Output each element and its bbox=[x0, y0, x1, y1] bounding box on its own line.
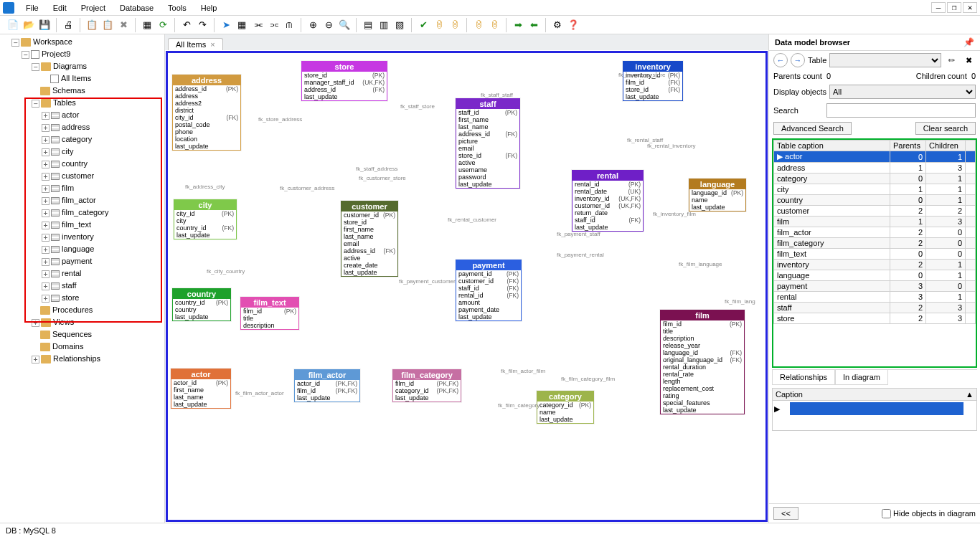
menu-project[interactable]: Project bbox=[74, 2, 113, 14]
panel3-icon[interactable]: ▧ bbox=[392, 18, 407, 32]
grid-row-payment[interactable]: payment30 bbox=[774, 281, 976, 292]
diagram-canvas[interactable]: addressaddress_id(PK)addressaddress2dist… bbox=[165, 50, 768, 523]
panel2-icon[interactable]: ▥ bbox=[377, 18, 391, 32]
tree-table-country[interactable]: +country bbox=[42, 158, 163, 170]
relation-tool-icon[interactable]: ⫘ bbox=[250, 18, 265, 32]
entity-customer[interactable]: customercustomer_id(PK)store_idfirst_nam… bbox=[341, 201, 398, 277]
minimize-button[interactable]: — bbox=[931, 2, 946, 13]
caption-scroll-up-icon[interactable]: ▲ bbox=[966, 390, 974, 399]
undo-icon[interactable]: ↶ bbox=[179, 18, 194, 32]
paste-icon[interactable]: 📋 bbox=[100, 18, 115, 32]
entity-city[interactable]: citycity_id(PK)citycountry_id(FK)last_up… bbox=[174, 199, 237, 239]
tree-table-film_category[interactable]: +film_category bbox=[42, 206, 163, 219]
display-objects-select[interactable]: All bbox=[829, 85, 976, 99]
menu-edit[interactable]: Edit bbox=[46, 2, 74, 14]
edit-icon[interactable]: ✏ bbox=[944, 53, 958, 67]
grid-row-staff[interactable]: staff23 bbox=[774, 303, 976, 313]
col-children[interactable]: Children bbox=[926, 141, 966, 151]
tree-table-store[interactable]: +store bbox=[42, 292, 163, 304]
tab-in-diagram[interactable]: In diagram bbox=[835, 370, 888, 385]
entity-inventory[interactable]: inventoryinventory_id(PK)film_id(FK)stor… bbox=[623, 61, 683, 101]
redo-icon[interactable]: ↷ bbox=[195, 18, 209, 32]
tab-relationships[interactable]: Relationships bbox=[772, 370, 835, 385]
grid-row-store[interactable]: store23 bbox=[774, 313, 976, 324]
refresh-icon[interactable]: ⟳ bbox=[156, 18, 170, 32]
tree-tables[interactable]: −Tables +actor+address+category+city+cou… bbox=[32, 97, 163, 304]
tree-schemas[interactable]: Schemas bbox=[32, 85, 163, 97]
entity-address[interactable]: addressaddress_id(PK)addressaddress2dist… bbox=[172, 75, 241, 151]
entity-rental[interactable]: rentalrental_id(PK)rental_date(UK)invent… bbox=[572, 170, 644, 232]
import-icon[interactable]: ⬅ bbox=[527, 18, 541, 32]
grid-row-rental[interactable]: rental31 bbox=[774, 292, 976, 303]
search-input[interactable] bbox=[826, 103, 976, 118]
entity-actor[interactable]: actoractor_id(PK)first_namelast_namelast… bbox=[171, 369, 231, 409]
entity-language[interactable]: languagelanguage_id(PK)namelast_update bbox=[689, 179, 746, 212]
tree-table-category[interactable]: +category bbox=[42, 133, 163, 146]
tree-table-film_actor[interactable]: +film_actor bbox=[42, 194, 163, 206]
tree-table-film[interactable]: +film bbox=[42, 182, 163, 194]
tree-table-customer[interactable]: +customer bbox=[42, 170, 163, 182]
advanced-search-button[interactable]: Advanced Search bbox=[773, 122, 852, 135]
entity-film_actor[interactable]: film_actoractor_id(PK,FK)film_id(PK,FK)l… bbox=[294, 369, 360, 402]
grid-icon[interactable]: ▦ bbox=[140, 18, 154, 32]
db-sync2-icon[interactable]: 🛢 bbox=[448, 18, 462, 32]
panel1-icon[interactable]: ▤ bbox=[361, 18, 375, 32]
menu-file[interactable]: File bbox=[19, 2, 46, 14]
grid-row-customer[interactable]: customer22 bbox=[774, 206, 976, 217]
tree-table-staff[interactable]: +staff bbox=[42, 280, 163, 292]
tree-sequences[interactable]: Sequences bbox=[32, 328, 163, 341]
menu-database[interactable]: Database bbox=[113, 2, 161, 14]
pin-icon[interactable]: 📌 bbox=[963, 37, 974, 47]
save-icon[interactable]: 💾 bbox=[37, 18, 52, 32]
grid-row-country[interactable]: country01 bbox=[774, 195, 976, 206]
tab-close-icon[interactable]: × bbox=[210, 40, 215, 49]
tree-table-payment[interactable]: +payment bbox=[42, 255, 163, 267]
relation3-tool-icon[interactable]: ⫙ bbox=[282, 18, 296, 32]
settings-icon[interactable]: ⚙ bbox=[550, 18, 565, 32]
tree-all-items[interactable]: All Items bbox=[42, 72, 163, 85]
open-icon[interactable]: 📂 bbox=[22, 18, 36, 32]
tree-project[interactable]: −Project9 −Diagrams All Items Schemas −T… bbox=[22, 48, 163, 365]
maximize-button[interactable]: ❐ bbox=[947, 2, 961, 13]
tree-domains[interactable]: Domains bbox=[32, 341, 163, 353]
navigate-back-button[interactable]: << bbox=[773, 507, 798, 520]
validate-icon[interactable]: ✔ bbox=[416, 18, 430, 32]
tree-table-city[interactable]: +city bbox=[42, 146, 163, 158]
new-icon[interactable]: 📄 bbox=[6, 18, 20, 32]
zoom-in-icon[interactable]: ⊕ bbox=[306, 18, 320, 32]
grid-row-film_actor[interactable]: film_actor20 bbox=[774, 227, 976, 238]
menu-tools[interactable]: Tools bbox=[161, 2, 194, 14]
grid-row-inventory[interactable]: inventory21 bbox=[774, 260, 976, 270]
grid-row-category[interactable]: category01 bbox=[774, 174, 976, 184]
entity-film_category[interactable]: film_categoryfilm_id(PK,FK)category_id(P… bbox=[392, 369, 461, 402]
grid-row-language[interactable]: language01 bbox=[774, 270, 976, 281]
entity-country[interactable]: countrycountry_id(PK)countrylast_update bbox=[172, 288, 231, 321]
tree-diagrams[interactable]: −Diagrams All Items bbox=[32, 60, 163, 85]
relation2-tool-icon[interactable]: ⫗ bbox=[266, 18, 281, 32]
hide-objects-checkbox[interactable]: Hide objects in diagram bbox=[882, 509, 976, 518]
tree-procedures[interactable]: Procedures bbox=[32, 304, 163, 316]
entity-payment[interactable]: paymentpayment_id(PK)customer_id(FK)staf… bbox=[456, 260, 522, 321]
export-icon[interactable]: ➡ bbox=[511, 18, 525, 32]
object-select[interactable] bbox=[829, 53, 941, 67]
print-icon[interactable]: 🖨 bbox=[61, 18, 75, 32]
tree-workspace[interactable]: −Workspace −Project9 −Diagrams All Items… bbox=[11, 36, 163, 365]
entity-store[interactable]: storestore_id(PK)manager_staff_id(UK,FK)… bbox=[301, 61, 387, 101]
tree-table-address[interactable]: +address bbox=[42, 121, 163, 133]
col-parents[interactable]: Parents bbox=[890, 141, 926, 151]
menu-help[interactable]: Help bbox=[194, 2, 225, 14]
tree-table-rental[interactable]: +rental bbox=[42, 267, 163, 280]
nav-fwd-icon[interactable]: → bbox=[791, 53, 805, 67]
grid-row-address[interactable]: address13 bbox=[774, 163, 976, 174]
entity-film_text[interactable]: film_textfilm_id(PK)titledescription bbox=[240, 297, 299, 330]
grid-row-film[interactable]: film13 bbox=[774, 217, 976, 227]
clear-search-button[interactable]: Clear search bbox=[915, 122, 976, 135]
tree-table-inventory[interactable]: +inventory bbox=[42, 231, 163, 243]
table-tool-icon[interactable]: ▦ bbox=[235, 18, 249, 32]
tree-table-film_text[interactable]: +film_text bbox=[42, 219, 163, 231]
close-button[interactable]: ✕ bbox=[963, 2, 977, 13]
tree-views[interactable]: +Views bbox=[32, 316, 163, 328]
caption-row-selected[interactable] bbox=[790, 402, 963, 415]
entity-staff[interactable]: staffstaff_id(PK)first_namelast_nameaddr… bbox=[456, 98, 520, 189]
tree-relationships[interactable]: +Relationships bbox=[32, 353, 163, 365]
